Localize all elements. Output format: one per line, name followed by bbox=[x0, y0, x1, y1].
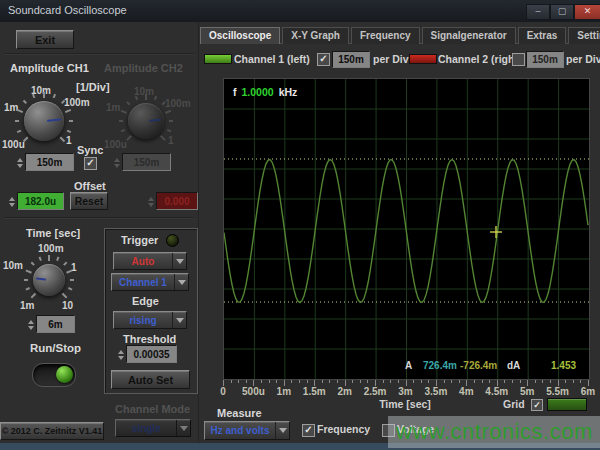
offset-reset-button[interactable]: Reset bbox=[70, 192, 108, 210]
x-axis-tick bbox=[261, 380, 262, 383]
watermark-overlay: www.cntronics.com bbox=[388, 416, 600, 448]
threshold-spinner[interactable] bbox=[116, 346, 125, 364]
tab-extras[interactable]: Extras bbox=[518, 27, 567, 44]
grid-brightness-slider[interactable] bbox=[547, 398, 587, 411]
x-axis-tick-label: 3.5m bbox=[425, 386, 448, 397]
soundcard-oscilloscope-window: Soundcard Oscilloscope – ▢ ✕ Exit Amplit… bbox=[0, 0, 600, 450]
x-axis-tick bbox=[459, 380, 460, 383]
channel1-checkbox[interactable]: ✓ bbox=[317, 53, 330, 66]
x-axis-tick bbox=[276, 380, 277, 383]
x-axis-tick bbox=[542, 380, 543, 383]
x-axis-tick bbox=[573, 380, 574, 383]
cursor-a-upper: 726.4m bbox=[423, 360, 457, 371]
channel1-scale-field[interactable]: 150m bbox=[332, 51, 370, 68]
oscilloscope-display[interactable]: f 1.0000 kHz A 726.4m -726.4m dA 1.453 bbox=[223, 78, 590, 380]
frequency-readout: f 1.0000 kHz bbox=[233, 86, 297, 98]
sync-checkbox[interactable]: ✓ bbox=[84, 157, 97, 170]
knob-tick bbox=[160, 135, 166, 141]
measure-mode-value: Hz and volts bbox=[205, 422, 275, 439]
tab-settings[interactable]: Settings bbox=[568, 27, 600, 44]
x-axis-tick bbox=[367, 380, 368, 383]
section-divider bbox=[4, 217, 194, 219]
tab-oscilloscope[interactable]: Oscilloscope bbox=[200, 27, 280, 44]
knob-tick bbox=[68, 287, 72, 290]
knob-tick bbox=[53, 94, 56, 98]
trigger-source-value: Channel 1 bbox=[112, 274, 174, 290]
amplitude-ch2-title: Amplitude CH2 bbox=[104, 62, 183, 74]
chevron-down-icon bbox=[172, 312, 186, 328]
watermark-text: www.cntronics.com bbox=[396, 419, 593, 445]
ch1-scale-spinner[interactable] bbox=[15, 154, 24, 172]
knob-tick bbox=[31, 293, 37, 299]
time-knob-label-10: 10 bbox=[62, 300, 73, 311]
x-axis-tick bbox=[512, 380, 513, 383]
ch1-scale-field[interactable]: 150m bbox=[25, 153, 74, 171]
offset-ch1-spinner[interactable] bbox=[7, 193, 16, 211]
chevron-down-icon bbox=[176, 420, 190, 436]
time-spinner[interactable] bbox=[26, 316, 35, 334]
cursor-da-value: 1.453 bbox=[551, 360, 576, 371]
time-knob-label-100m: 100m bbox=[38, 243, 64, 254]
x-axis-tick bbox=[269, 380, 270, 383]
tab-xy-graph[interactable]: X-Y Graph bbox=[282, 27, 349, 44]
minimize-button[interactable]: – bbox=[526, 4, 550, 20]
amplitude-ch1-knob[interactable] bbox=[24, 101, 64, 141]
run-stop-toggle[interactable] bbox=[32, 363, 76, 387]
x-axis-tick-label: 1.5m bbox=[303, 386, 326, 397]
knob-tick bbox=[121, 110, 127, 114]
measure-mode-dropdown[interactable]: Hz and volts bbox=[204, 421, 290, 440]
ch1-knob-label-100m: 100m bbox=[64, 97, 90, 108]
channel1-per-div-label: per Div bbox=[373, 53, 409, 65]
knob-tick bbox=[165, 110, 171, 114]
channel2-checkbox[interactable] bbox=[512, 53, 525, 66]
knob-tick bbox=[70, 279, 74, 281]
exit-button[interactable]: Exit bbox=[16, 30, 74, 49]
time-knob-label-10m: 10m bbox=[3, 260, 23, 271]
ch1-knob-label-1: 1 bbox=[66, 135, 72, 146]
x-axis-tick-label: 4m bbox=[459, 386, 473, 397]
x-axis-tick bbox=[504, 380, 505, 383]
offset-ch2-spinner bbox=[146, 193, 155, 211]
knob-tick bbox=[24, 279, 28, 281]
trigger-edge-dropdown[interactable]: rising bbox=[113, 311, 187, 329]
close-button[interactable]: ✕ bbox=[574, 4, 600, 20]
maximize-button[interactable]: ▢ bbox=[550, 4, 574, 20]
auto-set-button[interactable]: Auto Set bbox=[111, 370, 190, 389]
channel-mode-dropdown: single bbox=[115, 419, 191, 437]
x-axis-tick bbox=[329, 380, 330, 383]
knob-tick bbox=[23, 100, 27, 104]
copyright-button: © 2012 C. Zeitnitz V1.41 bbox=[0, 422, 104, 440]
panel-divider bbox=[198, 22, 199, 443]
trigger-edge-value: rising bbox=[114, 312, 172, 328]
knob-tick bbox=[62, 293, 68, 299]
offset-ch1-field[interactable]: 182.0u bbox=[17, 192, 64, 210]
x-axis-tick bbox=[535, 380, 536, 383]
x-axis-tick bbox=[231, 380, 232, 383]
trigger-led-icon bbox=[166, 234, 179, 247]
knob-tick bbox=[169, 120, 173, 122]
x-axis-tick bbox=[580, 380, 581, 383]
channel2-scale-field[interactable]: 150m bbox=[526, 51, 564, 68]
time-field[interactable]: 6m bbox=[36, 315, 75, 333]
threshold-field[interactable]: 0.00035 bbox=[126, 345, 177, 363]
time-knob[interactable] bbox=[33, 264, 65, 296]
x-axis-tick bbox=[413, 380, 414, 383]
x-axis-tick bbox=[246, 380, 247, 383]
ch2-scale-field: 150m bbox=[122, 153, 171, 171]
offset-ch2-field: 0.000 bbox=[156, 192, 198, 210]
time-knob-label-1m: 1m bbox=[20, 300, 34, 311]
grid-checkbox[interactable]: ✓ bbox=[531, 399, 543, 411]
ch1-knob-label-1m: 1m bbox=[4, 102, 18, 113]
knob-tick bbox=[126, 101, 130, 105]
tab-frequency[interactable]: Frequency bbox=[351, 27, 420, 44]
knob-tick bbox=[119, 120, 123, 122]
tab-signalgenerator[interactable]: Signalgenerator bbox=[422, 27, 516, 44]
x-axis-tick bbox=[238, 380, 239, 383]
cursor-da-label: dA bbox=[507, 360, 520, 371]
trigger-mode-value: Auto bbox=[114, 253, 172, 269]
trigger-mode-dropdown[interactable]: Auto bbox=[113, 252, 187, 270]
knob-tick bbox=[66, 270, 72, 274]
frequency-checkbox[interactable]: ✓ bbox=[302, 424, 315, 437]
trigger-source-dropdown[interactable]: Channel 1 bbox=[111, 273, 189, 291]
ch2-knob-label-10m: 10m bbox=[134, 86, 154, 97]
